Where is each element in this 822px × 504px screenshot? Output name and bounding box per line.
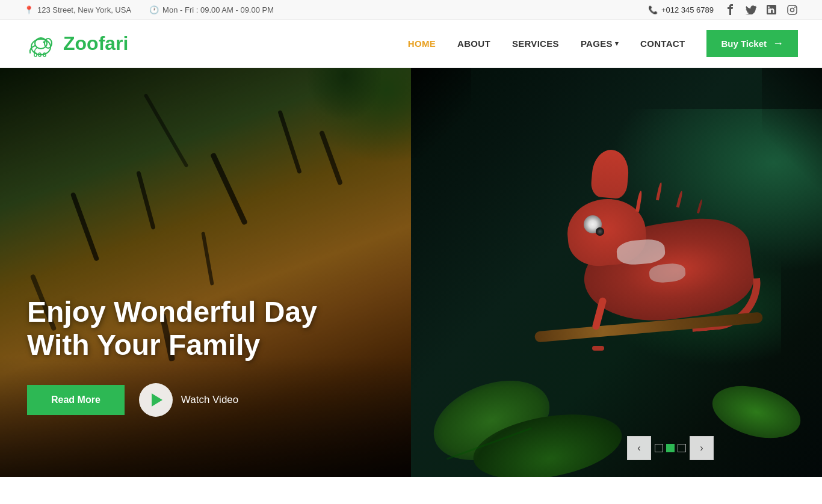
top-bar-right: 📞 +012 345 6789 bbox=[648, 4, 798, 16]
address-info: 📍 123 Street, New York, USA bbox=[24, 5, 131, 14]
nav-contact[interactable]: CONTACT bbox=[640, 38, 685, 49]
navbar: Zoofari HOME ABOUT SERVICES PAGES ▾ CONT… bbox=[0, 20, 822, 68]
hours-info: 🕐 Mon - Fri : 09.00 AM - 09.00 PM bbox=[149, 5, 274, 14]
watch-video-group[interactable]: Watch Video bbox=[139, 383, 238, 417]
location-icon: 📍 bbox=[24, 5, 34, 14]
svg-point-6 bbox=[43, 41, 45, 43]
instagram-icon[interactable] bbox=[786, 4, 798, 16]
hero-left-panel: Enjoy Wonderful Day With Your Family Rea… bbox=[0, 68, 411, 477]
svg-point-5 bbox=[45, 38, 52, 48]
nav-about[interactable]: ABOUT bbox=[457, 38, 490, 49]
arrow-right-icon: → bbox=[773, 37, 783, 50]
slider-dot-3[interactable] bbox=[678, 444, 686, 452]
read-more-button[interactable]: Read More bbox=[27, 385, 125, 415]
play-triangle-icon bbox=[152, 393, 162, 407]
logo-text: Zoofari bbox=[63, 32, 128, 55]
hero-buttons: Read More Watch Video bbox=[27, 383, 317, 417]
logo[interactable]: Zoofari bbox=[24, 30, 128, 57]
nav-pages[interactable]: PAGES ▾ bbox=[581, 38, 619, 49]
phone-text: +012 345 6789 bbox=[661, 5, 714, 14]
linkedin-icon[interactable] bbox=[765, 4, 777, 16]
top-bar: 📍 123 Street, New York, USA 🕐 Mon - Fri … bbox=[0, 0, 822, 20]
nav-home[interactable]: HOME bbox=[408, 38, 436, 49]
clock-icon: 🕐 bbox=[149, 5, 159, 14]
svg-point-1 bbox=[790, 8, 794, 11]
svg-point-3 bbox=[31, 39, 51, 55]
chevron-down-icon: ▾ bbox=[615, 40, 619, 48]
nav-links: HOME ABOUT SERVICES PAGES ▾ CONTACT Buy … bbox=[408, 30, 798, 57]
buy-ticket-button[interactable]: Buy Ticket → bbox=[706, 30, 798, 57]
hero-right-panel: ‹ › bbox=[411, 68, 822, 477]
slider-dots bbox=[655, 444, 686, 452]
top-bar-left: 📍 123 Street, New York, USA 🕐 Mon - Fri … bbox=[24, 5, 274, 14]
hero-title: Enjoy Wonderful Day With Your Family bbox=[27, 295, 317, 361]
svg-point-2 bbox=[794, 7, 796, 8]
hero-section: Enjoy Wonderful Day With Your Family Rea… bbox=[0, 68, 822, 477]
hours-text: Mon - Fri : 09.00 AM - 09.00 PM bbox=[162, 5, 274, 14]
facebook-icon[interactable] bbox=[725, 4, 737, 16]
logo-icon bbox=[24, 30, 57, 57]
slider-next-button[interactable]: › bbox=[690, 436, 714, 460]
nav-services[interactable]: SERVICES bbox=[512, 38, 559, 49]
svg-rect-0 bbox=[788, 5, 797, 14]
phone-icon: 📞 bbox=[648, 5, 658, 14]
chameleon-scene bbox=[411, 68, 822, 477]
phone-info: 📞 +012 345 6789 bbox=[648, 5, 714, 14]
play-button[interactable] bbox=[139, 383, 173, 417]
address-text: 123 Street, New York, USA bbox=[37, 5, 131, 14]
slider-dot-2[interactable] bbox=[666, 444, 675, 452]
social-icons bbox=[725, 4, 798, 16]
hero-content: Enjoy Wonderful Day With Your Family Rea… bbox=[27, 295, 317, 417]
slider-controls: ‹ › bbox=[627, 436, 714, 460]
slider-dot-1[interactable] bbox=[655, 444, 663, 452]
twitter-icon[interactable] bbox=[745, 4, 757, 16]
slider-prev-button[interactable]: ‹ bbox=[627, 436, 651, 460]
watch-video-label: Watch Video bbox=[181, 394, 238, 406]
